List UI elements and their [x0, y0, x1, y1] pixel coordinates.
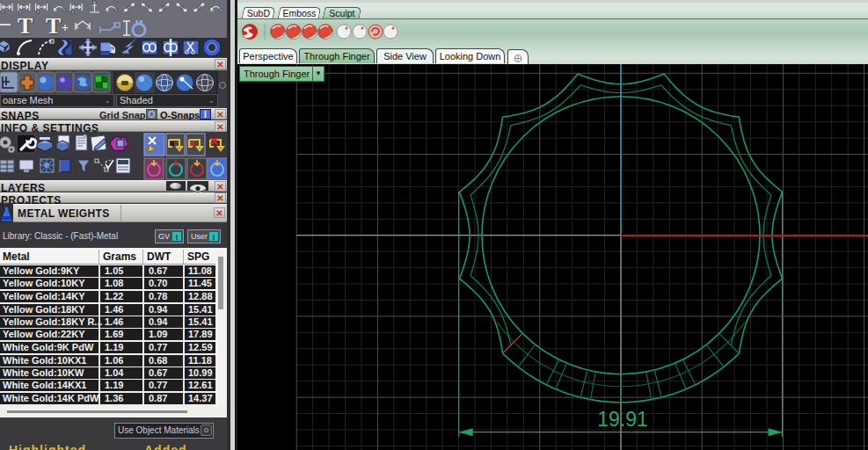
svg-text:19.91: 19.91 [597, 408, 648, 431]
